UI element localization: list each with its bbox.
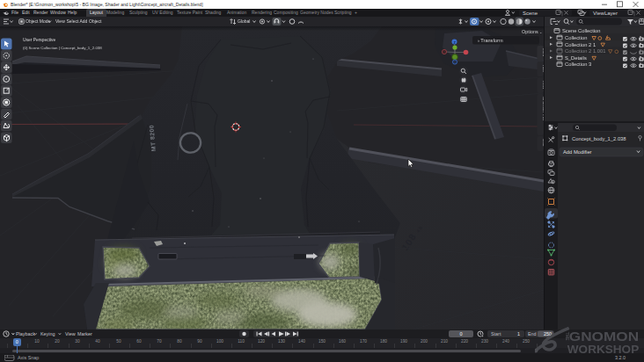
svg-text:Scene: Scene <box>523 11 538 16</box>
svg-text:User Perspective: User Perspective <box>23 38 56 42</box>
svg-text:S_Details: S_Details <box>565 55 587 61</box>
svg-text:Scene Collection: Scene Collection <box>562 28 601 33</box>
svg-text:Collection 2 1: Collection 2 1 <box>565 42 596 47</box>
svg-text:ViewLayer: ViewLayer <box>593 11 618 16</box>
svg-text:Collection: Collection <box>565 35 587 40</box>
svg-text:THE: THE <box>565 332 569 341</box>
svg-text:Concept_body_1_2.038: Concept_body_1_2.038 <box>572 136 626 141</box>
svg-text:Collection 2 1.001: Collection 2 1.001 <box>565 48 605 54</box>
svg-text:GNOMON: GNOMON <box>569 329 639 344</box>
svg-text:(0) Scene Collection | Concept: (0) Scene Collection | Concept_body_1_2.… <box>23 46 102 50</box>
svg-text:Add Modifier: Add Modifier <box>563 149 592 155</box>
svg-text:Collection 3: Collection 3 <box>565 62 591 67</box>
svg-text:1: 1 <box>517 331 520 337</box>
svg-text:› Transform: › Transform <box>478 38 503 43</box>
svg-text:0: 0 <box>459 331 462 337</box>
svg-text:Start: Start <box>491 331 501 337</box>
